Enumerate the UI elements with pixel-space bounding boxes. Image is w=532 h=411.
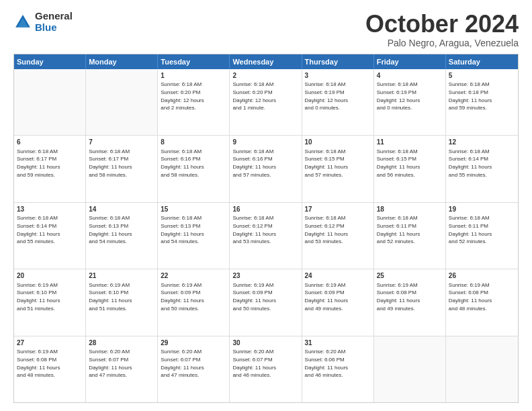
day-number: 17 bbox=[305, 205, 371, 214]
day-number: 29 bbox=[161, 338, 226, 348]
day-number: 18 bbox=[377, 205, 443, 214]
day-number: 7 bbox=[89, 138, 154, 147]
calendar-cell bbox=[374, 336, 446, 402]
calendar: SundayMondayTuesdayWednesdayThursdayFrid… bbox=[13, 54, 519, 403]
day-info: Sunrise: 6:20 AM Sunset: 6:07 PM Dayligh… bbox=[89, 349, 132, 378]
calendar-cell: 7Sunrise: 6:18 AM Sunset: 6:17 PM Daylig… bbox=[86, 136, 158, 201]
day-number: 11 bbox=[377, 138, 443, 147]
calendar-cell: 31Sunrise: 6:20 AM Sunset: 6:06 PM Dayli… bbox=[302, 336, 374, 402]
day-info: Sunrise: 6:18 AM Sunset: 6:17 PM Dayligh… bbox=[89, 148, 132, 178]
header-day: Tuesday bbox=[158, 54, 230, 69]
header-day: Thursday bbox=[302, 54, 374, 69]
logo-icon bbox=[13, 13, 32, 32]
calendar-cell: 5Sunrise: 6:18 AM Sunset: 6:18 PM Daylig… bbox=[446, 69, 518, 135]
day-number: 10 bbox=[305, 138, 371, 147]
day-info: Sunrise: 6:19 AM Sunset: 6:10 PM Dayligh… bbox=[17, 282, 60, 312]
calendar-cell: 9Sunrise: 6:18 AM Sunset: 6:16 PM Daylig… bbox=[230, 136, 302, 201]
day-info: Sunrise: 6:18 AM Sunset: 6:17 PM Dayligh… bbox=[17, 148, 60, 178]
day-info: Sunrise: 6:18 AM Sunset: 6:18 PM Dayligh… bbox=[449, 81, 492, 111]
calendar-cell: 4Sunrise: 6:18 AM Sunset: 6:19 PM Daylig… bbox=[374, 69, 446, 135]
day-number: 27 bbox=[17, 338, 83, 348]
day-info: Sunrise: 6:18 AM Sunset: 6:14 PM Dayligh… bbox=[449, 148, 492, 178]
day-number: 16 bbox=[232, 205, 298, 214]
day-info: Sunrise: 6:18 AM Sunset: 6:13 PM Dayligh… bbox=[89, 215, 132, 244]
logo: General Blue bbox=[13, 11, 73, 33]
day-number: 2 bbox=[232, 71, 298, 81]
day-number: 12 bbox=[449, 138, 515, 147]
day-number: 8 bbox=[161, 138, 226, 147]
title-block: October 2024 Palo Negro, Aragua, Venezue… bbox=[365, 11, 519, 48]
calendar-cell: 2Sunrise: 6:18 AM Sunset: 6:20 PM Daylig… bbox=[230, 69, 302, 135]
logo-blue: Blue bbox=[35, 22, 73, 34]
calendar-cell: 3Sunrise: 6:18 AM Sunset: 6:19 PM Daylig… bbox=[302, 69, 374, 135]
calendar-cell: 13Sunrise: 6:18 AM Sunset: 6:14 PM Dayli… bbox=[14, 203, 86, 269]
day-number: 14 bbox=[89, 205, 154, 214]
calendar-row: 13Sunrise: 6:18 AM Sunset: 6:14 PM Dayli… bbox=[14, 203, 518, 269]
calendar-cell: 15Sunrise: 6:18 AM Sunset: 6:13 PM Dayli… bbox=[158, 203, 230, 269]
calendar-cell: 8Sunrise: 6:18 AM Sunset: 6:16 PM Daylig… bbox=[158, 136, 230, 201]
day-info: Sunrise: 6:18 AM Sunset: 6:20 PM Dayligh… bbox=[232, 81, 275, 111]
day-info: Sunrise: 6:18 AM Sunset: 6:12 PM Dayligh… bbox=[232, 215, 275, 244]
header-day: Monday bbox=[86, 54, 158, 69]
day-info: Sunrise: 6:18 AM Sunset: 6:12 PM Dayligh… bbox=[305, 215, 348, 244]
day-info: Sunrise: 6:18 AM Sunset: 6:19 PM Dayligh… bbox=[305, 81, 348, 111]
calendar-cell: 14Sunrise: 6:18 AM Sunset: 6:13 PM Dayli… bbox=[86, 203, 158, 269]
day-number: 3 bbox=[305, 71, 371, 81]
calendar-row: 27Sunrise: 6:19 AM Sunset: 6:08 PM Dayli… bbox=[14, 336, 518, 402]
calendar-cell: 23Sunrise: 6:19 AM Sunset: 6:09 PM Dayli… bbox=[230, 269, 302, 335]
day-number: 9 bbox=[232, 138, 298, 147]
calendar-cell: 10Sunrise: 6:18 AM Sunset: 6:15 PM Dayli… bbox=[302, 136, 374, 201]
day-number: 13 bbox=[17, 205, 83, 214]
day-info: Sunrise: 6:19 AM Sunset: 6:09 PM Dayligh… bbox=[232, 282, 275, 312]
day-number: 21 bbox=[89, 271, 154, 281]
day-number: 25 bbox=[377, 271, 443, 281]
day-number: 22 bbox=[161, 271, 226, 281]
header-day: Saturday bbox=[446, 54, 518, 69]
calendar-cell bbox=[446, 336, 518, 402]
day-number: 23 bbox=[232, 271, 298, 281]
day-info: Sunrise: 6:18 AM Sunset: 6:15 PM Dayligh… bbox=[377, 148, 420, 178]
calendar-cell bbox=[14, 69, 86, 135]
calendar-cell: 29Sunrise: 6:20 AM Sunset: 6:07 PM Dayli… bbox=[158, 336, 230, 402]
calendar-cell: 27Sunrise: 6:19 AM Sunset: 6:08 PM Dayli… bbox=[14, 336, 86, 402]
day-info: Sunrise: 6:20 AM Sunset: 6:07 PM Dayligh… bbox=[161, 349, 204, 378]
calendar-cell: 21Sunrise: 6:19 AM Sunset: 6:10 PM Dayli… bbox=[86, 269, 158, 335]
day-number: 28 bbox=[89, 338, 154, 348]
day-number: 5 bbox=[449, 71, 515, 81]
calendar-cell: 30Sunrise: 6:20 AM Sunset: 6:07 PM Dayli… bbox=[230, 336, 302, 402]
day-number: 1 bbox=[161, 71, 226, 81]
day-info: Sunrise: 6:18 AM Sunset: 6:20 PM Dayligh… bbox=[161, 81, 204, 111]
day-info: Sunrise: 6:19 AM Sunset: 6:08 PM Dayligh… bbox=[17, 349, 60, 378]
calendar-cell: 22Sunrise: 6:19 AM Sunset: 6:09 PM Dayli… bbox=[158, 269, 230, 335]
day-number: 15 bbox=[161, 205, 226, 214]
day-info: Sunrise: 6:18 AM Sunset: 6:11 PM Dayligh… bbox=[377, 215, 420, 244]
header: General Blue October 2024 Palo Negro, Ar… bbox=[13, 11, 519, 48]
logo-text: General Blue bbox=[35, 11, 73, 33]
calendar-row: 20Sunrise: 6:19 AM Sunset: 6:10 PM Dayli… bbox=[14, 269, 518, 336]
header-day: Sunday bbox=[14, 54, 86, 69]
calendar-cell bbox=[86, 69, 158, 135]
day-number: 19 bbox=[449, 205, 515, 214]
calendar-cell: 20Sunrise: 6:19 AM Sunset: 6:10 PM Dayli… bbox=[14, 269, 86, 335]
calendar-cell: 24Sunrise: 6:19 AM Sunset: 6:09 PM Dayli… bbox=[302, 269, 374, 335]
calendar-cell: 28Sunrise: 6:20 AM Sunset: 6:07 PM Dayli… bbox=[86, 336, 158, 402]
day-info: Sunrise: 6:19 AM Sunset: 6:10 PM Dayligh… bbox=[89, 282, 132, 312]
month-title: October 2024 bbox=[365, 11, 519, 38]
day-number: 31 bbox=[305, 338, 371, 348]
day-number: 6 bbox=[17, 138, 83, 147]
location: Palo Negro, Aragua, Venezuela bbox=[365, 38, 519, 48]
calendar-row: 1Sunrise: 6:18 AM Sunset: 6:20 PM Daylig… bbox=[14, 69, 518, 136]
day-number: 20 bbox=[17, 271, 83, 281]
day-info: Sunrise: 6:19 AM Sunset: 6:09 PM Dayligh… bbox=[305, 282, 348, 312]
calendar-cell: 18Sunrise: 6:18 AM Sunset: 6:11 PM Dayli… bbox=[374, 203, 446, 269]
day-info: Sunrise: 6:19 AM Sunset: 6:08 PM Dayligh… bbox=[449, 282, 492, 312]
calendar-cell: 26Sunrise: 6:19 AM Sunset: 6:08 PM Dayli… bbox=[446, 269, 518, 335]
calendar-cell: 6Sunrise: 6:18 AM Sunset: 6:17 PM Daylig… bbox=[14, 136, 86, 201]
day-info: Sunrise: 6:18 AM Sunset: 6:16 PM Dayligh… bbox=[232, 148, 275, 178]
day-info: Sunrise: 6:19 AM Sunset: 6:09 PM Dayligh… bbox=[161, 282, 204, 312]
calendar-row: 6Sunrise: 6:18 AM Sunset: 6:17 PM Daylig… bbox=[14, 136, 518, 202]
calendar-cell: 16Sunrise: 6:18 AM Sunset: 6:12 PM Dayli… bbox=[230, 203, 302, 269]
calendar-cell: 19Sunrise: 6:18 AM Sunset: 6:11 PM Dayli… bbox=[446, 203, 518, 269]
calendar-cell: 25Sunrise: 6:19 AM Sunset: 6:08 PM Dayli… bbox=[374, 269, 446, 335]
logo-general: General bbox=[35, 11, 73, 22]
